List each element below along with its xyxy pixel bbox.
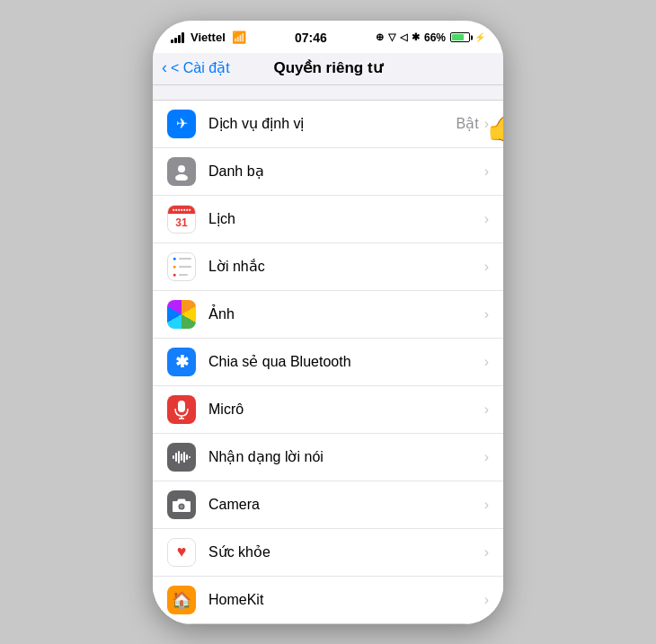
settings-item-speech[interactable]: Nhận dạng lời nói › bbox=[153, 434, 503, 481]
calendar-icon: ●●●●●●● 31 bbox=[167, 205, 196, 234]
chevron-icon: › bbox=[484, 211, 489, 227]
thumb-annotation: 👍 bbox=[484, 107, 503, 141]
health-label: Sức khỏe bbox=[208, 543, 484, 560]
nav-icon: ◁ bbox=[400, 31, 407, 43]
bluetooth-status-icon: ✱ bbox=[412, 31, 420, 43]
chevron-icon: › bbox=[484, 163, 489, 180]
health-icon: ♥ bbox=[167, 538, 196, 567]
svg-point-1 bbox=[175, 174, 188, 181]
svg-point-13 bbox=[180, 505, 183, 508]
svg-rect-2 bbox=[178, 401, 185, 412]
microphone-icon bbox=[167, 395, 196, 424]
bluetooth-label: Chia sẻ qua Bluetooth bbox=[208, 353, 484, 370]
chevron-icon: › bbox=[484, 497, 489, 513]
calendar-label: Lịch bbox=[208, 210, 484, 227]
settings-item-reminders[interactable]: ● ● ● Lời nhắc › bbox=[153, 243, 503, 291]
settings-item-camera[interactable]: Camera › bbox=[153, 481, 503, 529]
back-chevron-icon: ‹ bbox=[162, 58, 167, 77]
location-services-value: Bật bbox=[457, 115, 479, 132]
nav-bar: ‹ < Cài đặt Quyền riêng tư bbox=[153, 53, 503, 85]
location-services-icon: ✈ bbox=[167, 110, 196, 138]
photos-icon bbox=[167, 300, 196, 329]
chevron-icon: › bbox=[484, 306, 489, 322]
reminders-icon: ● ● ● bbox=[167, 252, 196, 281]
svg-rect-7 bbox=[178, 451, 180, 463]
speech-label: Nhận dạng lời nói bbox=[208, 448, 484, 465]
alarm-icon: ▽ bbox=[388, 31, 395, 43]
settings-item-homekit[interactable]: 🏠 HomeKit › bbox=[153, 577, 503, 623]
camera-label: Camera bbox=[208, 497, 484, 513]
location-services-label: Dịch vụ định vị bbox=[208, 115, 457, 132]
charging-icon: ⚡ bbox=[474, 32, 485, 42]
back-button[interactable]: ‹ < Cài đặt bbox=[162, 58, 230, 77]
settings-content: ✈ Dịch vụ định vị Bật › 👍 Danh bạ › bbox=[153, 85, 503, 624]
status-right: ⊕ ▽ ◁ ✱ 66% ⚡ bbox=[376, 31, 485, 44]
battery-icon bbox=[450, 32, 470, 42]
settings-item-location[interactable]: ✈ Dịch vụ định vị Bật › 👍 bbox=[153, 101, 503, 148]
page-title: Quyền riêng tư bbox=[273, 58, 382, 77]
contacts-icon bbox=[167, 157, 196, 186]
battery-percent: 66% bbox=[424, 31, 446, 44]
hand-icon: 👍 bbox=[484, 107, 503, 141]
camera-icon bbox=[167, 490, 196, 519]
status-time: 07:46 bbox=[295, 31, 327, 45]
svg-rect-5 bbox=[173, 455, 174, 459]
battery-fill bbox=[452, 34, 464, 40]
carrier-name: Viettel bbox=[191, 31, 226, 44]
homekit-label: HomeKit bbox=[208, 592, 484, 608]
chevron-icon: › bbox=[484, 592, 489, 608]
reminders-label: Lời nhắc bbox=[208, 258, 484, 275]
chevron-icon: › bbox=[484, 544, 489, 560]
speech-recognition-icon bbox=[167, 443, 196, 472]
settings-item-calendar[interactable]: ●●●●●●● 31 Lịch › bbox=[153, 196, 503, 243]
status-carrier: Viettel 📶 bbox=[171, 31, 246, 44]
signal-bars bbox=[171, 32, 184, 43]
settings-item-health[interactable]: ♥ Sức khỏe › bbox=[153, 529, 503, 577]
chevron-icon: › bbox=[484, 401, 489, 418]
settings-item-contacts[interactable]: Danh bạ › bbox=[153, 148, 503, 196]
svg-rect-8 bbox=[181, 454, 182, 461]
chevron-icon: › bbox=[484, 259, 489, 275]
settings-item-microphone[interactable]: Micrô › bbox=[153, 386, 503, 434]
phone-frame: Viettel 📶 07:46 ⊕ ▽ ◁ ✱ 66% ⚡ ‹ < Cài đặ… bbox=[153, 21, 503, 624]
settings-item-bluetooth[interactable]: ✱ Chia sẻ qua Bluetooth › bbox=[153, 339, 503, 386]
contacts-label: Danh bạ bbox=[208, 163, 484, 180]
svg-rect-6 bbox=[175, 453, 177, 462]
back-label[interactable]: < Cài đặt bbox=[171, 59, 230, 76]
settings-group: ✈ Dịch vụ định vị Bật › 👍 Danh bạ › bbox=[153, 100, 503, 624]
bluetooth-icon: ✱ bbox=[167, 348, 196, 376]
microphone-label: Micrô bbox=[208, 401, 484, 418]
status-bar: Viettel 📶 07:46 ⊕ ▽ ◁ ✱ 66% ⚡ bbox=[153, 21, 503, 53]
svg-rect-9 bbox=[183, 452, 185, 463]
homekit-icon: 🏠 bbox=[167, 586, 196, 614]
photos-label: Ảnh bbox=[208, 305, 484, 322]
svg-rect-11 bbox=[189, 456, 191, 458]
location-icon: ⊕ bbox=[376, 31, 384, 43]
chevron-icon: › bbox=[484, 449, 489, 465]
chevron-icon: › bbox=[484, 354, 489, 370]
svg-point-0 bbox=[178, 165, 185, 172]
settings-item-photos[interactable]: Ảnh › bbox=[153, 291, 503, 339]
svg-rect-10 bbox=[186, 454, 188, 460]
wifi-icon: 📶 bbox=[232, 31, 246, 44]
